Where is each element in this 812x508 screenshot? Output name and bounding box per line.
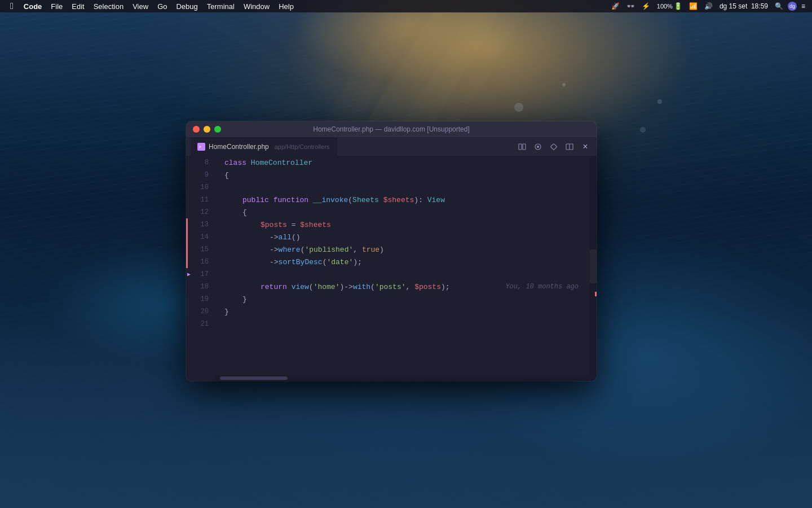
window-maximize-button[interactable] [214,126,221,133]
search-icon[interactable]: 🔍 [773,2,785,10]
debug-menu[interactable]: Debug [171,0,202,12]
minimap [590,156,597,381]
menubar:  Code File Edit Selection View Go Debug… [0,0,812,12]
code-line-14: ->all() [215,231,590,243]
line-num-10: 10 [186,181,215,194]
file-tab[interactable]: P HomeController.php app/Http/Controller… [191,137,337,156]
close-tab-button[interactable]: × [579,140,592,154]
battery-icon: 100% 🔋 [655,2,685,10]
code-line-9: { [215,169,590,181]
code-line-13: $posts = $sheets [215,218,590,231]
code-line-17 [215,268,590,281]
svg-point-6 [640,127,646,133]
layout-button[interactable] [563,140,576,154]
line-num-9: 9 [186,169,215,181]
window-controls [193,126,221,133]
file-menu[interactable]: File [46,0,67,12]
line-num-8: 8 [186,156,215,169]
svg-point-8 [657,99,662,104]
window-titlebar: HomeController.php — davidllop.com [Unsu… [186,121,597,137]
line-num-18: 18 [186,281,215,293]
line-number-gutter: 8 9 10 11 12 13 14 15 16 ▶ 17 [186,156,215,381]
window-menu[interactable]: Window [239,0,274,12]
svg-point-7 [562,83,566,86]
selection-menu[interactable]: Selection [89,0,128,12]
line-num-11: 11 [186,194,215,206]
code-line-12: { [215,206,590,218]
window-title: HomeController.php — davidllop.com [Unsu… [313,125,469,133]
line-num-17: ▶ 17 [186,268,215,281]
line-num-16: 16 [186,256,215,268]
wifi-icon: 📶 [687,2,700,10]
app-name-menu[interactable]: Code [19,0,47,12]
scrollbar-thumb[interactable] [220,376,288,380]
datetime: dg 15 set 18:59 [717,2,770,10]
gitlens-button[interactable] [531,140,545,154]
php-file-icon: P [197,143,205,151]
svg-point-5 [514,103,523,112]
split-editor-button[interactable] [515,140,529,154]
glasses-icon: 👓 [624,2,637,10]
user-avatar: dg [788,2,797,11]
code-line-8: class HomeController [215,156,590,169]
tab-bar: P HomeController.php app/Http/Controller… [186,137,597,156]
line-num-13: 13 [186,218,215,231]
line-num-19: 19 [186,293,215,305]
editor-area: 8 9 10 11 12 13 14 15 16 ▶ 17 [186,156,597,381]
svg-rect-15 [550,143,557,150]
code-editor[interactable]: class HomeController { public function _… [215,156,590,381]
minimap-error-indicator [595,292,597,296]
terminal-menu[interactable]: Terminal [202,0,239,12]
code-line-16: ->sortByDesc('date'); [215,256,590,268]
line-num-15: 15 [186,243,215,256]
volume-icon: 🔊 [702,2,715,10]
vscode-window: HomeController.php — davidllop.com [Unsu… [186,121,597,381]
apple-menu[interactable]:  [5,0,19,12]
svg-text:P: P [199,145,201,149]
code-line-11: public function __invoke(Sheets $sheets)… [215,194,590,206]
minimap-slider[interactable] [590,249,597,283]
view-menu[interactable]: View [128,0,153,12]
edit-menu[interactable]: Edit [67,0,89,12]
go-menu[interactable]: Go [153,0,171,12]
tab-filename: HomeController.php [209,143,269,151]
code-line-20: } [215,305,590,318]
line-num-12: 12 [186,206,215,218]
help-menu[interactable]: Help [274,0,298,12]
code-line-18: return view('home')->with('posts', $post… [215,281,590,293]
code-line-21 [215,318,590,330]
code-line-19: } [215,293,590,305]
code-line-15: ->where('published', true) [215,243,590,256]
tab-action-bar: × [515,140,592,154]
svg-rect-12 [523,144,526,150]
code-line-10 [215,181,590,194]
window-minimize-button[interactable] [204,126,210,133]
svg-point-14 [537,146,539,148]
line-num-14: 14 [186,231,215,243]
window-close-button[interactable] [193,126,200,133]
horizontal-scrollbar[interactable] [215,375,590,381]
rocket-icon: 🚀 [609,2,622,10]
svg-rect-11 [519,144,522,150]
line-num-20: 20 [186,305,215,318]
git-blame: You, 10 months ago [505,283,579,291]
bluetooth-icon: ⚡ [639,2,652,10]
line-num-21: 21 [186,318,215,330]
list-icon[interactable]: ≡ [799,2,807,10]
bookmarks-button[interactable] [547,140,561,154]
tab-filepath: app/Http/Controllers [275,143,330,150]
